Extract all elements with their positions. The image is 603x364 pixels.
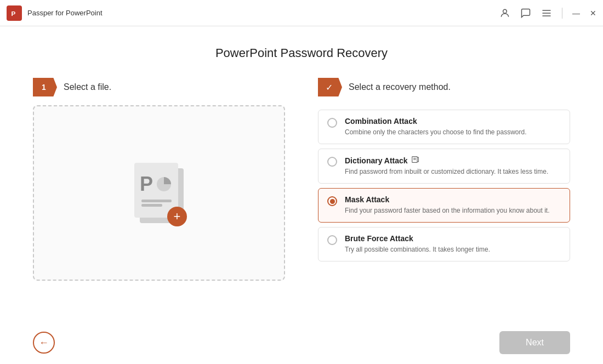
method-mask-text: Mask Attack Find your password faster ba… bbox=[345, 195, 561, 215]
dictionary-icon bbox=[411, 156, 420, 165]
add-file-circle[interactable]: + bbox=[167, 207, 187, 226]
main-content: PowerPoint Password Recovery 1 Select a … bbox=[0, 26, 603, 323]
left-column: 1 Select a file. P bbox=[33, 78, 285, 323]
method-combination-desc: Combine only the characters you choose t… bbox=[345, 127, 561, 137]
method-list: Combination Attack Combine only the char… bbox=[318, 110, 570, 261]
ppt-icon: P + bbox=[134, 163, 184, 223]
radio-mask[interactable] bbox=[327, 196, 337, 206]
method-mask[interactable]: Mask Attack Find your password faster ba… bbox=[318, 188, 570, 223]
method-brute-desc: Try all possible combinations. It takes … bbox=[345, 244, 561, 254]
method-dictionary-text: Dictionary Attack Find password fro bbox=[345, 156, 561, 177]
file-drop-zone[interactable]: P + bbox=[33, 105, 285, 281]
method-brute-text: Brute Force Attack Try all possible comb… bbox=[345, 234, 561, 254]
ppt-lines bbox=[141, 198, 172, 208]
radio-brute[interactable] bbox=[327, 235, 337, 245]
method-dictionary-desc: Find password from inbuilt or customized… bbox=[345, 167, 561, 177]
step1-header: 1 Select a file. bbox=[33, 78, 285, 96]
back-button[interactable]: ← bbox=[33, 332, 55, 354]
step2-label: Select a recovery method. bbox=[349, 82, 451, 92]
window-controls: — ✕ bbox=[499, 8, 596, 19]
minimize-button[interactable]: — bbox=[572, 9, 580, 18]
method-mask-name: Mask Attack bbox=[345, 195, 561, 204]
close-button[interactable]: ✕ bbox=[590, 9, 596, 18]
app-logo: P bbox=[7, 5, 22, 21]
app-title: Passper for PowerPoint bbox=[27, 9, 499, 17]
method-combination-text: Combination Attack Combine only the char… bbox=[345, 117, 561, 137]
titlebar: P Passper for PowerPoint — ✕ bbox=[0, 0, 603, 26]
page-title: PowerPoint Password Recovery bbox=[33, 46, 570, 60]
method-brute-name: Brute Force Attack bbox=[345, 234, 561, 243]
titlebar-divider bbox=[562, 8, 562, 19]
ppt-letter: P bbox=[140, 173, 153, 196]
svg-point-2 bbox=[503, 9, 507, 13]
step1-label: Select a file. bbox=[64, 82, 111, 92]
radio-mask-inner bbox=[330, 199, 335, 204]
method-combination-name: Combination Attack bbox=[345, 117, 561, 126]
radio-dictionary[interactable] bbox=[327, 157, 337, 167]
method-brute[interactable]: Brute Force Attack Try all possible comb… bbox=[318, 227, 570, 261]
step2-header: ✓ Select a recovery method. bbox=[318, 78, 570, 96]
method-dictionary[interactable]: Dictionary Attack Find password fro bbox=[318, 149, 570, 184]
next-button[interactable]: Next bbox=[499, 331, 570, 354]
account-icon[interactable] bbox=[499, 8, 510, 19]
ppt-line-2 bbox=[141, 204, 163, 207]
ppt-chart-icon bbox=[155, 175, 173, 193]
method-mask-desc: Find your password faster based on the i… bbox=[345, 206, 561, 215]
step1-badge: 1 bbox=[33, 78, 57, 96]
ppt-line-1 bbox=[141, 200, 172, 202]
method-dictionary-name: Dictionary Attack bbox=[345, 156, 561, 165]
right-column: ✓ Select a recovery method. Combination … bbox=[318, 78, 570, 323]
ppt-document-icon: P + bbox=[134, 163, 184, 223]
menu-icon[interactable] bbox=[541, 8, 552, 19]
svg-text:P: P bbox=[12, 9, 16, 16]
bottom-bar: ← Next bbox=[0, 323, 603, 364]
chat-icon[interactable] bbox=[520, 8, 531, 19]
radio-combination[interactable] bbox=[327, 118, 337, 128]
method-combination[interactable]: Combination Attack Combine only the char… bbox=[318, 110, 570, 144]
two-column-layout: 1 Select a file. P bbox=[33, 78, 570, 323]
step2-badge: ✓ bbox=[318, 78, 342, 96]
